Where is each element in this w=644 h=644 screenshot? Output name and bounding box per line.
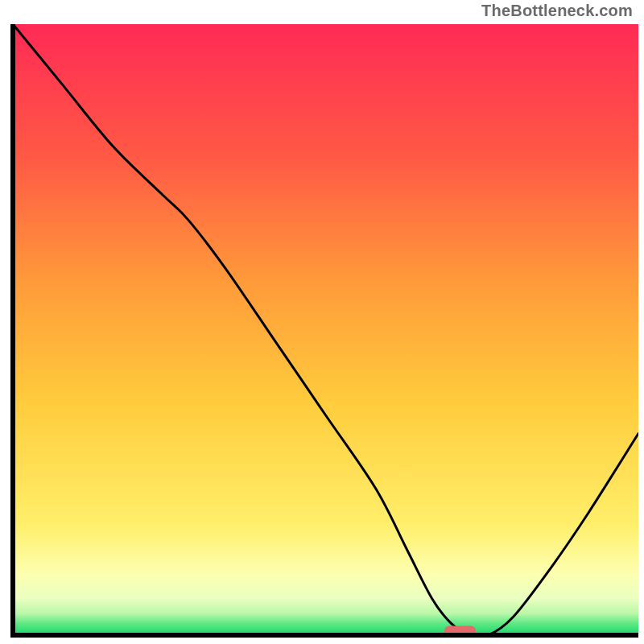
chart-svg: [10, 24, 638, 638]
plot-area: [10, 24, 638, 638]
attribution-text: TheBottleneck.com: [481, 2, 633, 20]
chart-container: TheBottleneck.com: [0, 0, 644, 644]
gradient-background: [13, 24, 638, 635]
